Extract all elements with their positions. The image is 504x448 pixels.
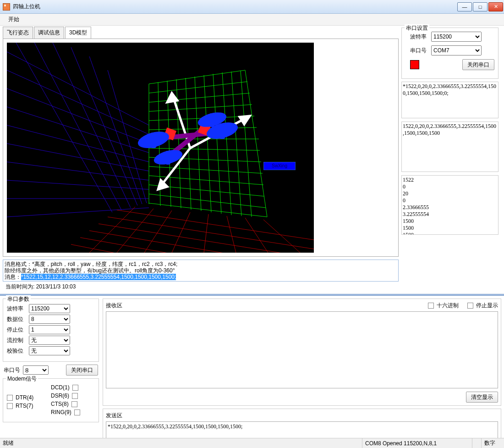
status-numlock: 数字 <box>481 438 504 448</box>
svg-rect-69 <box>219 123 225 139</box>
port-select[interactable]: COM7 <box>431 45 482 55</box>
svg-line-10 <box>16 43 112 212</box>
port-select-2[interactable]: 8 <box>23 365 49 375</box>
close-serial-button[interactable]: 关闭串口 <box>462 59 494 70</box>
svg-line-29 <box>263 220 300 253</box>
parity-select[interactable]: 无 <box>29 346 70 355</box>
tab-strip: 飞行姿态 调试信息 3D模型 <box>3 27 399 39</box>
svg-line-39 <box>149 166 263 173</box>
cts-label: CTS(8) <box>51 401 69 407</box>
ring-label: RING(9) <box>51 409 71 415</box>
svg-line-14 <box>89 56 142 204</box>
send-textarea[interactable]: *1522,0,20,0,2.33666555,3.22555554,1500,… <box>106 421 498 439</box>
svg-line-27 <box>227 216 236 253</box>
svg-rect-67 <box>151 133 156 148</box>
app-icon <box>3 3 10 11</box>
rx-hex-checkbox[interactable] <box>428 303 434 309</box>
svg-rect-73 <box>209 113 214 127</box>
window-title: 四轴上位机 <box>13 3 457 11</box>
svg-rect-71 <box>165 151 170 165</box>
svg-line-33 <box>149 105 252 111</box>
tab-flight-attitude[interactable]: 飞行姿态 <box>3 27 33 39</box>
status-bar: 就绪 COM8 Opened 115200,N,8,1 数字 <box>0 438 504 448</box>
receive-group: 接收区 十六进制 停止显示 清空显示 <box>103 299 501 406</box>
modem-title: Modem信号 <box>6 375 38 383</box>
svg-line-21 <box>71 244 282 253</box>
serial-status-indicator <box>410 60 419 69</box>
title-bar: 四轴上位机 — □ ✕ <box>0 0 504 14</box>
port-label-2: 串口号 <box>4 366 20 374</box>
close-button[interactable]: ✕ <box>488 2 503 11</box>
rx-stop-checkbox[interactable] <box>467 303 473 309</box>
modem-signal-group: Modem信号 DTR(4) RTS(7) DCD(1) DSR(6) CTS(… <box>3 378 99 422</box>
svg-line-1 <box>7 70 149 134</box>
cts-checkbox[interactable] <box>71 401 77 407</box>
close-serial-button-2[interactable]: 关闭串口 <box>66 365 98 376</box>
status-ready: 就绪 <box>0 438 362 448</box>
svg-line-37 <box>149 148 260 150</box>
svg-line-28 <box>245 218 268 253</box>
stopbits-label: 停止位 <box>7 326 29 334</box>
svg-line-22 <box>89 207 135 253</box>
timestamp: 当前时间为: 2013/11/3 10:03 <box>3 282 399 292</box>
serial-settings-title: 串口设置 <box>405 24 429 32</box>
databits-select[interactable]: 8 <box>29 315 70 324</box>
dtr-checkbox[interactable] <box>7 395 13 401</box>
viewport-overlay-button[interactable]: SwXing <box>263 162 296 170</box>
3d-scene <box>7 43 314 253</box>
output-3[interactable]: 1522 0 20 0 2.33666555 3.22555554 1500 1… <box>401 175 499 235</box>
baud-label: 波特率 <box>405 33 431 41</box>
svg-line-52 <box>222 72 231 215</box>
minimize-button[interactable]: — <box>457 2 472 11</box>
serial-params-group: 串口参数 波特率115200 数据位8 停止位1 流控制无 校验位无 <box>3 299 99 362</box>
svg-line-4 <box>7 125 149 162</box>
svg-line-0 <box>7 52 149 125</box>
receive-title: 接收区 <box>106 302 122 310</box>
serial-params-title: 串口参数 <box>6 295 31 303</box>
svg-marker-61 <box>240 116 250 124</box>
dtr-label: DTR(4) <box>16 394 33 401</box>
rts-checkbox[interactable] <box>7 403 13 409</box>
dsr-checkbox[interactable] <box>72 393 78 399</box>
stopbits-select[interactable]: 1 <box>29 325 70 334</box>
svg-line-23 <box>117 209 153 253</box>
rts-label: RTS(7) <box>16 403 33 409</box>
svg-line-53 <box>231 72 241 216</box>
svg-line-42 <box>149 194 266 208</box>
svg-line-9 <box>7 208 149 217</box>
baud-label-2: 波特率 <box>7 305 29 313</box>
status-spacer <box>472 438 481 448</box>
serial-settings-group: 串口设置 波特率 115200 串口号 COM7 关闭串口 <box>401 28 499 79</box>
svg-line-20 <box>80 238 300 253</box>
output-1[interactable]: *1522,0,20,0,2.33666555,3.22555554,1500,… <box>401 82 499 118</box>
3d-viewport[interactable]: SwXing <box>7 43 314 253</box>
receive-textarea[interactable] <box>106 311 498 388</box>
svg-line-51 <box>213 74 221 214</box>
svg-line-54 <box>241 71 252 217</box>
msg-line-3-selected[interactable]: *1522,15,12,12,2.33666555,3.22555554,150… <box>21 274 176 280</box>
flowctl-label: 流控制 <box>7 337 29 344</box>
baud-select[interactable]: 115200 <box>431 32 482 42</box>
dcd-label: DCD(1) <box>51 384 70 391</box>
status-port: COM8 Opened 115200,N,8,1 <box>362 438 472 448</box>
svg-line-15 <box>108 70 147 203</box>
output-2[interactable]: 1522,0,20,0,2.33666555,3.22555554,1500,1… <box>401 122 499 172</box>
databits-label: 数据位 <box>7 315 29 323</box>
svg-line-32 <box>149 93 250 102</box>
tab-3d-model[interactable]: 3D模型 <box>65 27 91 39</box>
svg-line-16 <box>117 210 314 240</box>
dsr-label: DSR(6) <box>51 393 69 399</box>
flowctl-select[interactable]: 无 <box>29 336 70 345</box>
svg-line-43 <box>149 203 267 217</box>
svg-line-25 <box>172 212 190 253</box>
svg-line-5 <box>7 144 149 171</box>
ring-checkbox[interactable] <box>74 409 80 415</box>
dcd-checkbox[interactable] <box>72 385 78 391</box>
tab-body: SwXing <box>3 39 399 257</box>
maximize-button[interactable]: □ <box>473 2 488 11</box>
svg-line-6 <box>7 162 149 180</box>
tab-debug-info[interactable]: 调试信息 <box>34 27 64 39</box>
menu-start[interactable]: 开始 <box>5 14 23 25</box>
clear-display-button[interactable]: 清空显示 <box>466 392 498 403</box>
baud-select-2[interactable]: 115200 <box>29 304 70 313</box>
